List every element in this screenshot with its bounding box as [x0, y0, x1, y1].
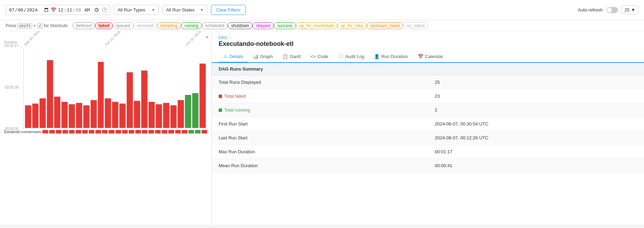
- tab-label-run_duration: Run Duration: [381, 54, 408, 59]
- bar-13[interactable]: [119, 104, 126, 128]
- tab-audit_log[interactable]: 📄Audit Log: [333, 51, 369, 63]
- run-states-dropdown[interactable]: All Run States ▼: [162, 5, 207, 15]
- calendar-icon: 📅: [51, 7, 56, 13]
- status-badge-up_for_reschedule[interactable]: up_for_reschedule: [296, 22, 337, 29]
- run-types-label: All Run Types: [118, 7, 145, 13]
- tab-icon-calendar: 📅: [418, 54, 423, 59]
- shortcuts-hint: Press shift + / for Shortcuts: [6, 23, 68, 28]
- bar-10[interactable]: [98, 62, 104, 128]
- status-badge-up_for_retry[interactable]: up_for_retry: [337, 22, 367, 29]
- date-time-group[interactable]: 📅 🕐: [6, 5, 110, 15]
- small-bar-10: [109, 130, 114, 133]
- tabs-bar: ⚠Details📊Graph📋Gantt<>Code📄Audit Log👤Run…: [212, 51, 644, 63]
- bar-12[interactable]: [112, 102, 118, 128]
- clear-filters-button[interactable]: Clear Filters: [211, 5, 246, 15]
- row-value-1: 23: [428, 89, 644, 103]
- row-value-4: 2024-08-07, 00:12:26 UTC: [428, 131, 644, 145]
- row-value-3: 2024-08-07, 00:30:54 UTC: [428, 117, 644, 131]
- bar-8[interactable]: [83, 105, 90, 128]
- status-badge-running[interactable]: running: [181, 22, 202, 29]
- bar-11[interactable]: [105, 98, 111, 128]
- y-label-min: 00:00:00: [5, 127, 18, 131]
- bar-14[interactable]: [127, 72, 133, 128]
- y-label-mid: 00:00:38: [5, 86, 18, 89]
- bar-24[interactable]: [200, 64, 206, 128]
- tab-icon-code: <>: [311, 54, 316, 59]
- row-label-6: Mean Run Duration: [212, 159, 428, 173]
- status-badge-restarting[interactable]: restarting: [157, 22, 181, 29]
- tab-code[interactable]: <>Code: [306, 51, 333, 63]
- small-bar-16: [149, 130, 154, 133]
- bar-9[interactable]: [91, 100, 97, 128]
- status-badge-upstream_failed[interactable]: upstream_failed: [367, 22, 403, 29]
- tab-icon-audit_log: 📄: [338, 54, 344, 59]
- tab-graph[interactable]: 📊Graph: [248, 51, 278, 63]
- run-types-dropdown[interactable]: All Run Types ▼: [114, 5, 159, 15]
- main-content: « Duration 00:01:17 00:00:38 00:00:00 Se…: [0, 31, 644, 225]
- small-bar-4: [69, 130, 75, 133]
- per-page-dropdown[interactable]: 25 ▼: [621, 6, 638, 14]
- bar-0[interactable]: [25, 105, 31, 128]
- status-badge-removed[interactable]: removed: [134, 22, 157, 29]
- toolbar: 📅 🕐 All Run Types ▼ All Run States ▼ Cle…: [0, 0, 644, 20]
- small-bar-8: [95, 130, 101, 133]
- shift-key: shift: [17, 23, 32, 29]
- small-bars-row: [42, 130, 207, 133]
- small-bar-0: [42, 130, 48, 133]
- bar-18[interactable]: [156, 104, 162, 128]
- run-states-label: All Run States: [166, 7, 195, 13]
- status-badge-shutdown[interactable]: shutdown: [228, 22, 252, 29]
- status-badge-no_status[interactable]: no_status: [403, 22, 428, 29]
- tab-icon-run_duration: 👤: [374, 54, 380, 59]
- bar-17[interactable]: [149, 102, 155, 128]
- status-badge-deferred[interactable]: deferred: [73, 22, 95, 29]
- summary-row-2: Total running2: [212, 103, 644, 117]
- dot-red: [219, 95, 222, 98]
- chevron-down-icon: ▼: [631, 7, 635, 13]
- small-bar-22: [188, 130, 194, 133]
- auto-refresh-label: Auto-refresh: [578, 7, 603, 13]
- tab-details[interactable]: ⚠Details: [219, 51, 248, 63]
- bar-20[interactable]: [170, 105, 177, 128]
- bar-5[interactable]: [61, 102, 68, 128]
- small-bar-12: [122, 130, 128, 133]
- bar-7[interactable]: [76, 103, 82, 128]
- bar-3[interactable]: [47, 60, 53, 128]
- bar-15[interactable]: [134, 101, 140, 128]
- small-bar-20: [175, 130, 181, 133]
- tab-run_duration[interactable]: 👤Run Duration: [369, 51, 413, 63]
- bar-4[interactable]: [54, 97, 60, 128]
- status-badge-scheduled[interactable]: scheduled: [202, 22, 228, 29]
- bar-1[interactable]: [32, 104, 39, 128]
- status-badge-skipped[interactable]: skipped: [253, 22, 274, 29]
- chart-bars: [23, 48, 207, 128]
- bar-22[interactable]: [185, 95, 191, 128]
- bar-16[interactable]: [141, 71, 147, 128]
- bar-6[interactable]: [69, 104, 75, 128]
- small-bar-19: [168, 130, 174, 133]
- tab-gantt[interactable]: 📋Gantt: [278, 51, 306, 63]
- total-running-label: Total running: [219, 107, 421, 113]
- collapse-button[interactable]: «: [206, 34, 209, 40]
- bar-2[interactable]: [40, 98, 46, 128]
- small-bar-17: [155, 130, 161, 133]
- auto-refresh-toggle[interactable]: [606, 7, 618, 13]
- status-badge-queued[interactable]: queued: [113, 22, 134, 29]
- small-bar-2: [56, 130, 61, 133]
- bar-23[interactable]: [192, 93, 198, 128]
- small-bar-9: [102, 130, 108, 133]
- total-failed-label: Total failed: [219, 93, 421, 99]
- small-bar-5: [76, 130, 81, 133]
- summary-row-4: Last Run Start2024-08-07, 00:12:26 UTC: [212, 131, 644, 145]
- time-input[interactable]: [58, 7, 100, 14]
- status-badge-success[interactable]: success: [274, 22, 296, 29]
- date-input[interactable]: [9, 7, 49, 13]
- bar-21[interactable]: [178, 100, 184, 128]
- tab-label-audit_log: Audit Log: [345, 54, 364, 59]
- bar-19[interactable]: [163, 103, 169, 128]
- small-bar-21: [182, 130, 187, 133]
- tab-calendar[interactable]: 📅Calendar: [413, 51, 448, 63]
- small-bar-18: [162, 130, 167, 133]
- status-badge-failed[interactable]: failed: [95, 22, 113, 29]
- row-label-5: Max Run Duration: [212, 145, 428, 159]
